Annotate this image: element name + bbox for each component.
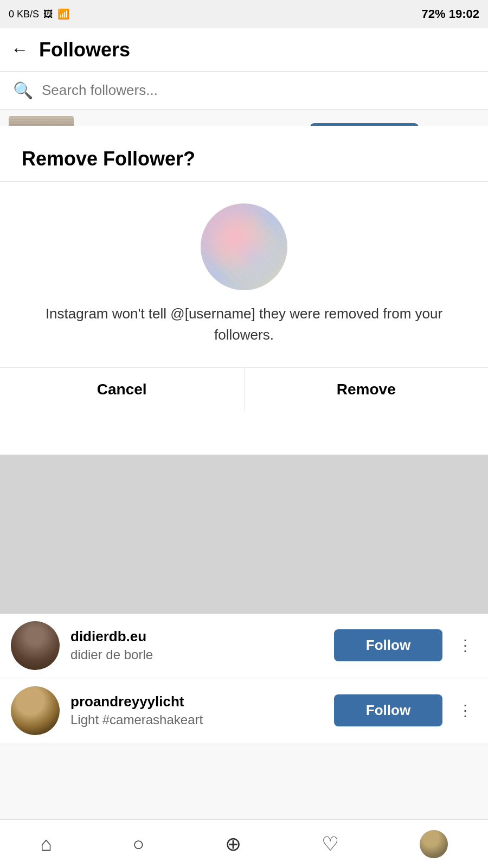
didier-more-icon[interactable]: ⋮ <box>453 636 477 654</box>
wifi-icon: 📶 <box>57 8 69 20</box>
search-icon: 🔍 <box>13 81 33 100</box>
battery-signal: 72% 19:02 <box>422 7 479 21</box>
didier-info: didierdb.eu didier de borle <box>70 628 323 662</box>
heart-nav-icon[interactable]: ♡ <box>322 833 339 856</box>
didier-displayname: didier de borle <box>70 647 323 662</box>
back-button[interactable]: ← <box>11 40 28 60</box>
cancel-button[interactable]: Cancel <box>0 368 245 411</box>
status-bar: 0 KB/S 🖼 📶 72% 19:02 <box>0 0 488 28</box>
pro-more-icon[interactable]: ⋮ <box>453 701 477 719</box>
pro-displayname: Light #camerashakeart <box>70 712 323 727</box>
modal-header: Remove Follower? <box>0 126 488 182</box>
modal-message: Instagram won't tell @[username] they we… <box>16 303 472 346</box>
header: ← Followers <box>0 28 488 72</box>
pro-follow-button[interactable]: Follow <box>334 694 442 726</box>
followers-list: didierdb.eu didier de borle Follow ⋮ pro… <box>0 613 488 743</box>
didier-avatar <box>11 621 60 670</box>
search-nav-icon[interactable]: ○ <box>133 833 145 856</box>
pro-username: proandreyyylicht <box>70 693 323 710</box>
modal-overlay: Remove Follower? Instagram won't tell @[… <box>0 126 488 614</box>
remove-follower-modal: Remove Follower? Instagram won't tell @[… <box>0 126 488 455</box>
add-nav-icon[interactable]: ⊕ <box>225 833 241 856</box>
modal-body: Instagram won't tell @[username] they we… <box>0 182 488 368</box>
page-title: Followers <box>39 39 130 61</box>
profile-nav-avatar[interactable] <box>420 830 448 858</box>
status-right: 72% 19:02 <box>422 7 479 21</box>
bottom-nav: ⌂ ○ ⊕ ♡ <box>0 819 488 868</box>
image-icon: 🖼 <box>43 9 53 20</box>
modal-spacer <box>0 411 488 455</box>
follower-item-pro: proandreyyylicht Light #camerashakeart F… <box>0 678 488 743</box>
modal-actions: Cancel Remove <box>0 368 488 411</box>
search-input[interactable] <box>42 82 475 99</box>
follower-item-didier: didierdb.eu didier de borle Follow ⋮ <box>0 613 488 678</box>
remove-button[interactable]: Remove <box>245 368 489 411</box>
didier-follow-button[interactable]: Follow <box>334 629 442 661</box>
status-left: 0 KB/S 🖼 📶 <box>9 8 69 20</box>
data-speed: 0 KB/S <box>9 9 39 20</box>
modal-title: Remove Follower? <box>22 148 195 170</box>
home-nav-icon[interactable]: ⌂ <box>40 833 52 856</box>
pro-info: proandreyyylicht Light #camerashakeart <box>70 693 323 727</box>
didier-username: didierdb.eu <box>70 628 323 645</box>
modal-follower-avatar <box>201 203 287 290</box>
pro-avatar <box>11 686 60 735</box>
search-bar: 🔍 <box>0 72 488 110</box>
